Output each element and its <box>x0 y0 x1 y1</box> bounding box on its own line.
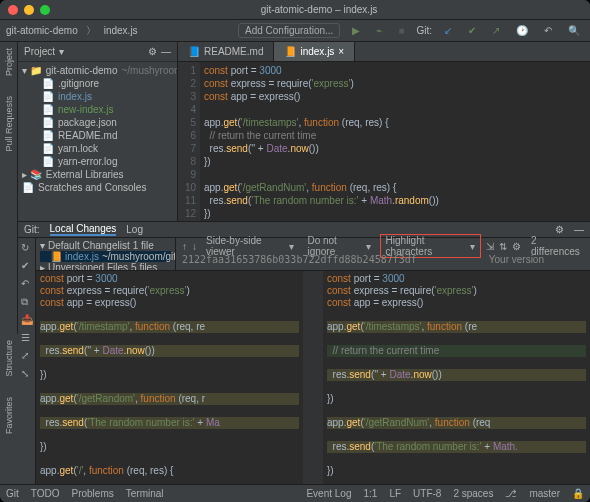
code-editor[interactable]: 1234567891011121314 const port = 3000 co… <box>178 62 590 221</box>
project-title: Project <box>24 46 55 57</box>
diff-toolbar: ↑ ↓ Side-by-side viewer ▾ Do not ignore … <box>176 238 590 270</box>
close-window-icon[interactable] <box>8 5 18 15</box>
folder-open-icon: ▾ 📁 <box>22 65 42 76</box>
titlebar: git-atomic-demo – index.js <box>0 0 590 20</box>
encoding[interactable]: UTF-8 <box>413 488 441 499</box>
diff-toolbar-vertical: ↻ ✔ ↶ ⧉ 📥 ☰ ⤢ ⤡ <box>18 238 36 484</box>
diff-gutter <box>303 271 323 484</box>
changed-file[interactable]: 📙 index.js ~/mushyroom/git-ator <box>40 251 171 262</box>
commit-icon[interactable]: ✔ <box>21 260 33 272</box>
lock-icon[interactable]: 🔒 <box>572 488 584 499</box>
breadcrumb-file[interactable]: index.js <box>104 25 138 36</box>
status-problems[interactable]: Problems <box>72 488 114 499</box>
next-diff-icon[interactable]: ↓ <box>192 241 197 252</box>
file-icon: 📄 <box>42 78 54 89</box>
commit-hash: 2122faa31653786b033b722dffd88b24587f3df <box>182 254 417 265</box>
status-terminal[interactable]: Terminal <box>126 488 164 499</box>
refresh-icon[interactable]: ↻ <box>21 242 33 254</box>
git-tab-log[interactable]: Log <box>126 224 143 235</box>
tree-ext-libs[interactable]: ▸ 📚External Libraries <box>22 168 173 181</box>
branch-icon: ⎇ <box>505 488 517 499</box>
file-icon: 📄 <box>42 117 54 128</box>
expand-icon[interactable]: ⤢ <box>21 350 33 362</box>
debug-icon[interactable]: ⌁ <box>372 24 386 37</box>
tree-root[interactable]: ▾ 📁 git-atomic-demo ~/mushyroom/git-atom… <box>22 64 173 77</box>
tree-file[interactable]: 📄package.json <box>22 116 173 129</box>
tree-file[interactable]: 📄new-index.js <box>22 103 173 116</box>
group-icon[interactable]: ☰ <box>21 332 33 344</box>
maximize-window-icon[interactable] <box>40 5 50 15</box>
project-panel-header: Project ▾ ⚙ — <box>18 42 177 62</box>
git-settings-icon[interactable]: ⚙ <box>555 224 564 235</box>
file-icon: 📄 <box>42 104 54 115</box>
favorites-tool-button[interactable]: Favorites <box>4 397 14 434</box>
collapse-icon[interactable]: ⤡ <box>21 368 33 380</box>
line-sep[interactable]: LF <box>389 488 401 499</box>
settings-icon[interactable]: ⚙ <box>512 241 521 252</box>
prev-diff-icon[interactable]: ↑ <box>182 241 187 252</box>
project-settings-icon[interactable]: ⚙ <box>148 46 157 57</box>
main-area: Project Pull Requests Project ▾ ⚙ — ▾ � <box>0 42 590 484</box>
diff-icon[interactable]: ⧉ <box>21 296 33 308</box>
minimize-window-icon[interactable] <box>24 5 34 15</box>
shelf-icon[interactable]: 📥 <box>21 314 33 326</box>
project-panel: Project ▾ ⚙ — ▾ 📁 git-atomic-demo ~/mush… <box>18 42 178 221</box>
main-toolbar: git-atomic-demo 〉 index.js Add Configura… <box>0 20 590 42</box>
tree-file[interactable]: 📄yarn-error.log <box>22 155 173 168</box>
structure-tool-button[interactable]: Structure <box>4 340 14 377</box>
tree-file[interactable]: 📄yarn.lock <box>22 142 173 155</box>
project-tree[interactable]: ▾ 📁 git-atomic-demo ~/mushyroom/git-atom… <box>18 62 177 196</box>
vcs-push-icon[interactable]: ↗ <box>488 24 504 37</box>
status-todo[interactable]: TODO <box>31 488 60 499</box>
code-source[interactable]: const port = 3000 const express = requir… <box>200 62 443 221</box>
sync-scroll-icon[interactable]: ⇅ <box>499 241 507 252</box>
vcs-revert-icon[interactable]: ↶ <box>540 24 556 37</box>
vcs-commit-icon[interactable]: ✔ <box>464 24 480 37</box>
status-git[interactable]: Git <box>6 488 19 499</box>
file-icon: 📄 <box>42 91 54 102</box>
content-area: Project ▾ ⚙ — ▾ 📁 git-atomic-demo ~/mush… <box>18 42 590 484</box>
branch[interactable]: master <box>529 488 560 499</box>
editor-tabs: 📘README.md 📙index.js× <box>178 42 590 62</box>
diff-panel: ↻ ✔ ↶ ⧉ 📥 ☰ ⤢ ⤡ ▾ Default Changelist 1 f… <box>18 238 590 484</box>
revert-icon[interactable]: ↶ <box>21 278 33 290</box>
close-tab-icon[interactable]: × <box>338 46 344 57</box>
project-dropdown-icon[interactable]: ▾ <box>59 46 64 57</box>
unversioned-files[interactable]: ▸ Unversioned Files 5 files <box>40 262 171 270</box>
tab-readme[interactable]: 📘README.md <box>178 42 274 61</box>
default-changelist[interactable]: ▾ Default Changelist 1 file <box>40 240 171 251</box>
event-log[interactable]: Event Log <box>306 488 351 499</box>
indent[interactable]: 2 spaces <box>453 488 493 499</box>
git-tab-local-changes[interactable]: Local Changes <box>50 223 117 236</box>
collapse-unchanged-icon[interactable]: ⇲ <box>486 241 494 252</box>
git-label: Git: <box>416 25 432 36</box>
breadcrumb-root[interactable]: git-atomic-demo <box>6 25 78 36</box>
diff-pane-left[interactable]: const port = 3000 const express = requir… <box>36 271 303 484</box>
git-label: Git: <box>24 224 40 235</box>
add-configuration-button[interactable]: Add Configuration... <box>238 23 340 38</box>
run-icon[interactable]: ▶ <box>348 24 364 37</box>
cursor-pos[interactable]: 1:1 <box>363 488 377 499</box>
vcs-history-icon[interactable]: 🕑 <box>512 24 532 37</box>
file-icon: 📄 <box>42 156 54 167</box>
project-hide-icon[interactable]: — <box>161 46 171 57</box>
status-bar: Git TODO Problems Terminal Event Log 1:1… <box>0 484 590 502</box>
tree-file[interactable]: 📄README.md <box>22 129 173 142</box>
tree-scratches[interactable]: 📄Scratches and Consoles <box>22 181 173 194</box>
app-window: git-atomic-demo – index.js git-atomic-de… <box>0 0 590 502</box>
tree-file[interactable]: 📄index.js <box>22 90 173 103</box>
tab-index-js[interactable]: 📙index.js× <box>274 42 355 61</box>
left-tool-gutter-bottom: Structure Favorites <box>0 334 18 484</box>
chevron-right-icon: ▸ 📚 <box>22 169 42 180</box>
project-tool-button[interactable]: Project <box>4 48 14 76</box>
vcs-update-icon[interactable]: ↙ <box>440 24 456 37</box>
tree-file[interactable]: 📄.gitignore <box>22 77 173 90</box>
diff-pane-right[interactable]: const port = 3000 const express = requir… <box>323 271 590 484</box>
file-icon: 📙 <box>284 46 296 57</box>
line-gutter: 1234567891011121314 <box>178 62 200 221</box>
window-title: git-atomic-demo – index.js <box>56 4 582 15</box>
pull-requests-tool-button[interactable]: Pull Requests <box>4 96 14 152</box>
changes-tree[interactable]: ▾ Default Changelist 1 file 📙 index.js ~… <box>36 238 176 270</box>
git-hide-icon[interactable]: — <box>574 224 584 235</box>
search-icon[interactable]: 🔍 <box>564 24 584 37</box>
